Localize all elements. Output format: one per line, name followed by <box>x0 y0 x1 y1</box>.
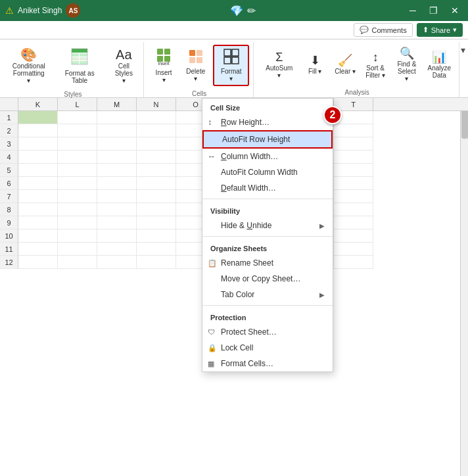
hide-unhide-arrow: ▶ <box>319 222 325 229</box>
fill-label: Fill ▾ <box>308 68 322 75</box>
svg-text:Insert: Insert <box>158 61 170 66</box>
svg-rect-6 <box>80 61 87 64</box>
conditional-formatting-label: ConditionalFormatting ▾ <box>11 62 47 84</box>
autofit-column-width-item[interactable]: AutoFit Column Width <box>202 164 333 180</box>
lock-cell-icon: 🔒 <box>208 344 217 352</box>
format-as-table-icon <box>70 47 89 68</box>
svg-rect-4 <box>80 57 87 60</box>
cell-styles-button[interactable]: Aa CellStyles ▾ <box>108 45 139 87</box>
svg-rect-18 <box>232 49 239 56</box>
spreadsheet-area: K L M N O P R S T 1 2 3 <box>0 98 468 476</box>
ribbon-group-cells: Insert Insert ▾ Delete ▾ <box>145 42 254 97</box>
svg-rect-9 <box>164 49 170 55</box>
col-n: N <box>137 98 176 110</box>
autofit-row-height-item[interactable]: AutoFit Row Height <box>202 130 333 149</box>
lock-cell-item[interactable]: 🔒 Lock Cell <box>202 340 333 356</box>
svg-rect-0 <box>72 49 87 53</box>
clear-button[interactable]: 🧹 Clear ▾ <box>331 52 360 78</box>
conditional-formatting-button[interactable]: 🎨 ConditionalFormatting ▾ <box>7 45 51 87</box>
maximize-button[interactable]: ❐ <box>425 4 442 17</box>
row-height-label: Row Height… <box>221 118 269 127</box>
delete-label: Delete ▾ <box>183 68 208 82</box>
rename-sheet-icon: 📋 <box>208 259 217 268</box>
minimize-button[interactable]: ─ <box>406 4 420 17</box>
svg-rect-5 <box>72 61 79 64</box>
window-controls: ─ ❐ ✕ <box>406 4 463 17</box>
row-height-item[interactable]: ↕ Row Height… <box>202 114 333 130</box>
row-height-icon: ↕ <box>208 118 212 127</box>
format-dropdown-menu: Cell Size ↕ Row Height… AutoFit Row Heig… <box>202 98 333 372</box>
close-button[interactable]: ✕ <box>447 4 463 17</box>
ribbon-commands-right: 💬 Comments ⬆ Share ▾ <box>354 23 463 37</box>
title-bar: ⚠ Aniket Singh AS 💎 ✏ ─ ❐ ✕ <box>0 0 468 21</box>
autofit-row-height-label: AutoFit Row Height <box>222 135 290 144</box>
col-l: L <box>58 98 97 110</box>
find-select-label: Find &Select ▾ <box>395 60 418 82</box>
svg-rect-14 <box>197 50 202 56</box>
autosum-label: AutoSum ▾ <box>263 64 295 79</box>
divider-2 <box>202 236 333 237</box>
rename-sheet-label: Rename Sheet <box>221 258 273 268</box>
col-t: T <box>334 98 373 110</box>
column-width-label: Column Width… <box>221 152 278 161</box>
username-label: Aniket Singh <box>18 6 62 15</box>
find-select-button[interactable]: 🔍 Find &Select ▾ <box>391 45 422 85</box>
autofit-column-width-label: AutoFit Column Width <box>221 168 298 177</box>
cell-styles-icon: Aa <box>116 48 131 61</box>
sort-filter-label: Sort &Filter ▾ <box>365 64 385 79</box>
lock-cell-label: Lock Cell <box>221 343 253 352</box>
format-cells-item[interactable]: ▦ Format Cells… <box>202 356 333 371</box>
cell-size-header: Cell Size <box>202 99 333 114</box>
comments-label: Comments <box>371 26 406 34</box>
clear-label: Clear ▾ <box>335 68 356 75</box>
share-label: Share <box>431 26 450 34</box>
format-cells-label: Format Cells… <box>221 359 273 368</box>
tab-color-arrow: ▶ <box>319 291 325 298</box>
protect-sheet-label: Protect Sheet… <box>221 327 277 337</box>
format-as-table-label: Format as Table <box>56 70 103 84</box>
ribbon-expand-button[interactable]: ▾ <box>461 45 465 55</box>
format-label: Format ▾ <box>218 68 244 82</box>
conditional-formatting-icon: 🎨 <box>20 48 37 61</box>
col-m: M <box>97 98 137 110</box>
analyze-data-icon: 📊 <box>432 51 446 63</box>
protect-sheet-item[interactable]: 🛡 Protect Sheet… <box>202 324 333 340</box>
svg-rect-16 <box>197 57 202 63</box>
analysis-buttons: Σ AutoSum ▾ ⬇ Fill ▾ 🧹 Clear ▾ ↕ Sort &F… <box>259 42 455 87</box>
diamond-icon: 💎 <box>230 5 243 17</box>
fill-button[interactable]: ⬇ Fill ▾ <box>300 52 329 78</box>
analysis-group-label: Analysis <box>345 87 369 99</box>
move-copy-sheet-item[interactable]: Move or Copy Sheet… <box>202 271 333 287</box>
format-icon <box>223 49 239 66</box>
avatar: AS <box>66 3 80 18</box>
tab-color-item[interactable]: Tab Color ▶ <box>202 287 333 302</box>
format-cells-icon: ▦ <box>208 360 214 368</box>
svg-rect-17 <box>224 49 231 56</box>
format-as-table-button[interactable]: Format as Table <box>52 45 106 87</box>
ribbon-toolbar: 🎨 ConditionalFormatting ▾ <box>0 39 468 97</box>
analyze-data-button[interactable]: 📊 AnalyzeData <box>424 49 455 82</box>
format-button[interactable]: Format ▾ <box>213 45 249 86</box>
share-button[interactable]: ⬆ Share ▾ <box>417 23 463 37</box>
svg-rect-2 <box>80 53 87 57</box>
autosum-button[interactable]: Σ AutoSum ▾ <box>259 49 299 82</box>
svg-rect-13 <box>189 50 195 56</box>
protection-header: Protection <box>202 308 333 324</box>
visibility-header: Visibility <box>202 202 333 218</box>
move-copy-sheet-label: Move or Copy Sheet… <box>221 274 300 283</box>
fill-icon: ⬇ <box>310 55 320 66</box>
svg-rect-15 <box>189 57 195 63</box>
delete-button[interactable]: Delete ▾ <box>179 46 212 85</box>
svg-rect-1 <box>72 53 79 57</box>
column-width-item[interactable]: ↔ Column Width… <box>202 149 333 164</box>
comments-button[interactable]: 💬 Comments <box>354 23 412 37</box>
default-width-item[interactable]: Default Width… <box>202 180 333 196</box>
vertical-scrollbar[interactable] <box>460 98 468 476</box>
insert-button[interactable]: Insert Insert ▾ <box>149 45 179 86</box>
hide-unhide-item[interactable]: Hide & Unhide ▶ <box>202 218 333 233</box>
cells-buttons: Insert Insert ▾ Delete ▾ <box>149 42 250 89</box>
tab-color-label: Tab Color <box>221 290 254 299</box>
svg-rect-8 <box>157 49 163 55</box>
rename-sheet-item[interactable]: 📋 Rename Sheet <box>202 255 333 271</box>
sort-filter-button[interactable]: ↕ Sort &Filter ▾ <box>361 49 390 82</box>
